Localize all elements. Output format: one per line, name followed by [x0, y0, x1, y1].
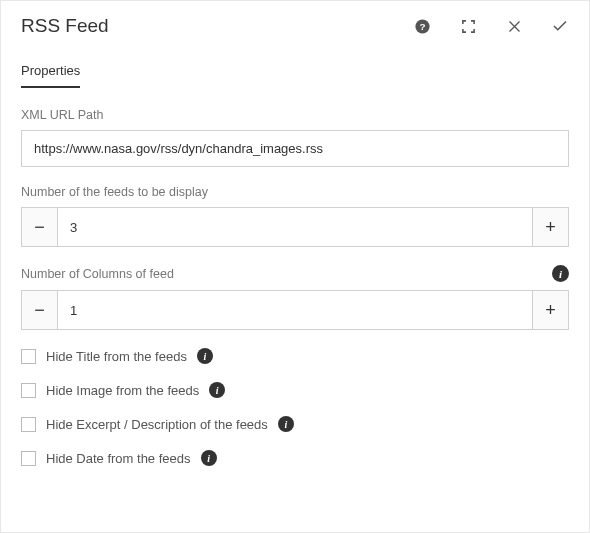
hide-excerpt-label: Hide Excerpt / Description of the feeds: [46, 417, 268, 432]
rss-feed-dialog: RSS Feed ? Properties XML URL Path Numbe…: [1, 1, 589, 494]
tab-properties[interactable]: Properties: [21, 63, 80, 88]
hide-date-label: Hide Date from the feeds: [46, 451, 191, 466]
column-count-input[interactable]: [57, 290, 533, 330]
confirm-icon[interactable]: [551, 17, 569, 35]
field-xml-url: XML URL Path: [21, 108, 569, 167]
close-icon[interactable]: [505, 17, 523, 35]
help-icon[interactable]: ?: [413, 17, 431, 35]
header-actions: ?: [413, 17, 569, 35]
fullscreen-icon[interactable]: [459, 17, 477, 35]
feed-count-input[interactable]: [57, 207, 533, 247]
checkbox-hide-date-row: Hide Date from the feeds i: [21, 450, 569, 466]
info-icon[interactable]: i: [209, 382, 225, 398]
xml-url-input[interactable]: [21, 130, 569, 167]
info-icon[interactable]: i: [197, 348, 213, 364]
column-count-increment[interactable]: +: [533, 290, 569, 330]
xml-url-label: XML URL Path: [21, 108, 569, 122]
info-icon[interactable]: i: [552, 265, 569, 282]
hide-title-label: Hide Title from the feeds: [46, 349, 187, 364]
field-feed-count: Number of the feeds to be display − +: [21, 185, 569, 247]
column-count-stepper: − +: [21, 290, 569, 330]
dialog-header: RSS Feed ?: [1, 1, 589, 47]
checkbox-hide-title[interactable]: [21, 349, 36, 364]
info-icon[interactable]: i: [278, 416, 294, 432]
checkbox-hide-image[interactable]: [21, 383, 36, 398]
dialog-title: RSS Feed: [21, 15, 413, 37]
checkbox-hide-excerpt-row: Hide Excerpt / Description of the feeds …: [21, 416, 569, 432]
hide-image-label: Hide Image from the feeds: [46, 383, 199, 398]
dialog-content: XML URL Path Number of the feeds to be d…: [1, 88, 589, 494]
checkbox-hide-image-row: Hide Image from the feeds i: [21, 382, 569, 398]
feed-count-label: Number of the feeds to be display: [21, 185, 569, 199]
feed-count-decrement[interactable]: −: [21, 207, 57, 247]
svg-text:?: ?: [419, 21, 425, 32]
info-icon[interactable]: i: [201, 450, 217, 466]
checkbox-hide-title-row: Hide Title from the feeds i: [21, 348, 569, 364]
checkbox-hide-date[interactable]: [21, 451, 36, 466]
checkbox-hide-excerpt[interactable]: [21, 417, 36, 432]
column-count-decrement[interactable]: −: [21, 290, 57, 330]
feed-count-stepper: − +: [21, 207, 569, 247]
tabs: Properties: [1, 47, 589, 88]
feed-count-increment[interactable]: +: [533, 207, 569, 247]
field-column-count: Number of Columns of feed i − +: [21, 265, 569, 330]
column-count-label: Number of Columns of feed: [21, 267, 174, 281]
